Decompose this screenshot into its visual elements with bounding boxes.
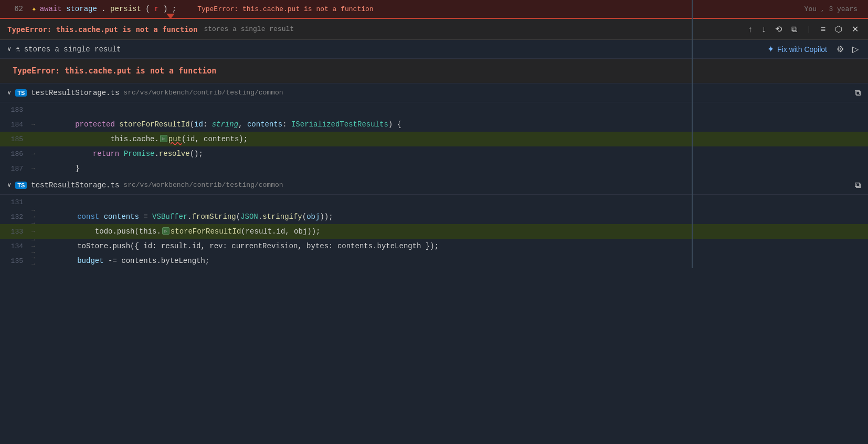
table-row: 186 → return Promise.resolve(); xyxy=(0,146,868,161)
error-close-button[interactable]: ✕ xyxy=(850,23,861,35)
page-wrapper: 62 ✦ await storage . persist ( r ) ; Typ… xyxy=(0,0,868,268)
file2-copy-button[interactable]: ⧉ xyxy=(855,181,861,190)
file1-ts-badge: TS xyxy=(15,89,27,97)
error-down-button[interactable]: ↓ xyxy=(759,24,768,35)
line-62-number: 62 xyxy=(0,5,31,13)
line-arrow-135: → → xyxy=(31,255,40,267)
sep1: | xyxy=(807,25,811,34)
section-chevron-icon[interactable]: ∨ xyxy=(7,45,11,53)
error-up-button[interactable]: ↑ xyxy=(746,24,754,35)
file-section-1-header: ∨ TS testResultStorage.ts src/vs/workben… xyxy=(0,83,868,102)
inline-icon-1: ▷ xyxy=(160,135,167,142)
vertical-divider xyxy=(692,0,693,268)
error-popup-bar: TypeError: this.cache.put is not a funct… xyxy=(0,19,868,40)
file1-copy-button[interactable]: ⧉ xyxy=(855,88,861,98)
line-num-185: 185 xyxy=(0,135,31,143)
line-62-code: await storage . persist ( r ) ; xyxy=(40,5,177,13)
line-num-131: 131 xyxy=(0,198,31,206)
error-popup-title: TypeError: this.cache.put is not a funct… xyxy=(7,25,197,34)
file-section-2-code: 131 132 → → → const contents = VSBuffer.… xyxy=(0,195,868,268)
section-title: stores a single result xyxy=(24,45,121,54)
param-r: r xyxy=(154,5,158,13)
test-section-header: ∨ ⚗ stores a single result ✦ Fix with Co… xyxy=(0,40,868,59)
file2-chevron-icon[interactable]: ∨ xyxy=(7,181,11,189)
line-arrow-184: → xyxy=(31,121,40,128)
inline-icon-2: ▷ xyxy=(162,227,170,235)
section-run-icon[interactable]: ▷ xyxy=(850,43,861,55)
error-list-button[interactable]: ≡ xyxy=(819,24,828,35)
file1-path: src/vs/workbench/contrib/testing/common xyxy=(123,89,283,97)
line-num-183: 183 xyxy=(0,106,31,114)
error-message-text: TypeError: this.cache.put is not a funct… xyxy=(13,66,216,76)
line-num-135: 135 xyxy=(0,257,31,265)
line-arrow-186: → xyxy=(31,151,40,157)
file1-name: testResultStorage.ts xyxy=(31,89,119,97)
fix-with-copilot-label: Fix with Copilot xyxy=(777,45,827,54)
file1-chevron-icon[interactable]: ∨ xyxy=(7,89,11,97)
line-num-134: 134 xyxy=(0,242,31,250)
line-arrow-187: → xyxy=(31,165,40,172)
error-arrow xyxy=(166,14,175,19)
error-message-box: TypeError: this.cache.put is not a funct… xyxy=(0,59,868,83)
line-62-bar: 62 ✦ await storage . persist ( r ) ; Typ… xyxy=(0,0,868,19)
dot1: . xyxy=(101,5,105,13)
error-history-button[interactable]: ⟲ xyxy=(773,23,784,35)
section-settings-icon[interactable]: ⚙ xyxy=(834,43,846,55)
line-arrow-132: → → → xyxy=(31,207,40,226)
flask-icon: ⚗ xyxy=(15,45,19,54)
line-num-186: 186 xyxy=(0,150,31,158)
line-arrow-134: → → → xyxy=(31,237,40,256)
file2-path: src/vs/workbench/contrib/testing/common xyxy=(123,181,283,189)
line-arrow-133: → xyxy=(31,228,40,235)
error-popup-subtitle: stores a single result xyxy=(204,25,294,33)
line-num-184: 184 xyxy=(0,121,31,129)
section-actions: ✦ Fix with Copilot ⚙ ▷ xyxy=(764,43,861,55)
error-popup-actions: ↑ ↓ ⟲ ⧉ | ≡ ⬡ ✕ xyxy=(746,23,861,35)
file-section-1-code: 183 184 → protected storeForResultId(id:… xyxy=(0,102,868,176)
line-content-187: } xyxy=(40,156,80,181)
error-copy-button[interactable]: ⧉ xyxy=(789,24,799,35)
file2-ts-badge: TS xyxy=(15,182,27,189)
error-open-button[interactable]: ⬡ xyxy=(833,23,844,35)
semicolon: ; xyxy=(172,5,176,13)
storage-obj: storage xyxy=(66,5,97,13)
paren-close: ) xyxy=(163,5,167,13)
file2-name: testResultStorage.ts xyxy=(31,181,119,189)
line-content-135: budget -= contents.byteLength; xyxy=(42,248,209,273)
line-62-error-message: TypeError: this.cache.put is not a funct… xyxy=(197,5,804,13)
copilot-star-icon: ✦ xyxy=(31,4,37,14)
paren-open: ( xyxy=(145,5,150,13)
await-keyword: await xyxy=(40,5,62,13)
persist-fn: persist xyxy=(110,5,141,13)
line-62-attribution: You , 3 years xyxy=(805,5,868,13)
file-section-2-header: ∨ TS testResultStorage.ts src/vs/workben… xyxy=(0,176,868,195)
line-num-133: 133 xyxy=(0,228,31,236)
line-num-187: 187 xyxy=(0,165,31,173)
copilot-fix-star-icon: ✦ xyxy=(767,44,774,54)
line-num-132: 132 xyxy=(0,213,31,221)
fix-with-copilot-button[interactable]: ✦ Fix with Copilot xyxy=(764,43,830,55)
